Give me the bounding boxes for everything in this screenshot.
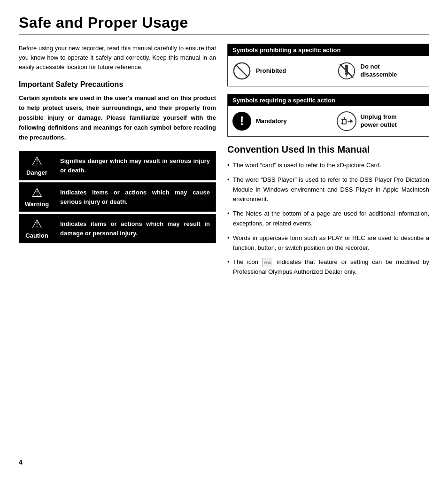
page-title: Safe and Proper Usage — [19, 14, 429, 31]
prohibited-symbol-item: Prohibited — [232, 61, 321, 81]
symbols-require-row: ! Mandatory — [228, 106, 429, 136]
danger-text: Signifies danger which may result in ser… — [54, 151, 216, 180]
prohibited-label: Prohibited — [256, 67, 286, 75]
svg-rect-4 — [345, 73, 348, 75]
left-column: Before using your new recorder, read thi… — [19, 44, 216, 282]
convention-icon-text: The icon — [233, 258, 262, 265]
unplug-symbol-item: Unplug from power outlet — [336, 111, 425, 132]
caution-triangle-icon: ⚠ — [31, 218, 42, 230]
intro-text: Before using your new recorder, read thi… — [19, 44, 216, 72]
dealer-icon: PRO — [262, 258, 273, 267]
mandatory-label: Mandatory — [256, 117, 287, 125]
safety-precautions-heading: Important Safety Precautions — [19, 80, 216, 89]
prohibited-icon — [232, 61, 252, 81]
svg-line-1 — [236, 65, 248, 77]
right-column: Symbols prohibiting a specific action Pr… — [227, 44, 429, 282]
warning-label: Warning — [25, 201, 49, 208]
danger-icon-area: ⚠ Danger — [19, 151, 54, 180]
convention-item-2: The word “DSS Player” is used to refer t… — [227, 175, 429, 204]
unplug-icon — [336, 111, 357, 132]
warning-text: Indicates items or actions which may cau… — [54, 183, 216, 211]
svg-rect-10 — [342, 119, 346, 124]
caution-box: ⚠ Caution Indicates items or actions whi… — [19, 214, 216, 243]
disassemble-label: Do not disassemble — [361, 63, 397, 79]
warning-icon-area: ⚠ Warning — [19, 183, 54, 211]
symbols-prohibit-header: Symbols prohibiting a specific action — [228, 44, 429, 56]
svg-text:PRO: PRO — [264, 261, 271, 265]
disassemble-icon — [336, 61, 357, 81]
symbols-prohibit-row: Prohibited — [228, 56, 429, 86]
danger-triangle-icon: ⚠ — [31, 155, 42, 167]
convention-item-3: The Notes at the bottom of a page are us… — [227, 209, 429, 229]
warning-triangle-icon: ⚠ — [31, 186, 42, 199]
danger-box: ⚠ Danger Signifies danger which may resu… — [19, 151, 216, 180]
safety-body-text: Certain symbols are used in the user's m… — [19, 93, 216, 142]
warning-box: ⚠ Warning Indicates items or actions whi… — [19, 182, 216, 212]
convention-list: The word “card” is used to refer to the … — [227, 161, 429, 277]
unplug-label: Unplug from power outlet — [361, 113, 397, 129]
symbols-prohibit-box: Symbols prohibiting a specific action Pr… — [227, 44, 429, 86]
symbols-require-header: Symbols requiring a specific action — [228, 94, 429, 106]
convention-heading: Convention Used In this Manual — [227, 144, 429, 155]
caution-label: Caution — [25, 232, 48, 239]
title-divider — [19, 34, 429, 35]
convention-item-4: Words in uppercase form such as PLAY or … — [227, 233, 429, 253]
mandatory-symbol-item: ! Mandatory — [232, 111, 321, 132]
disassemble-symbol-item: Do not disassemble — [336, 61, 425, 81]
mandatory-icon: ! — [232, 111, 252, 132]
svg-text:!: ! — [240, 114, 244, 128]
page-number: 4 — [19, 458, 23, 466]
symbols-require-box: Symbols requiring a specific action ! Ma… — [227, 94, 429, 137]
convention-item-5: The icon PRO indicates that feature or s… — [227, 257, 429, 277]
svg-marker-13 — [350, 119, 353, 123]
svg-marker-5 — [346, 75, 347, 78]
danger-label: Danger — [26, 169, 47, 176]
caution-icon-area: ⚠ Caution — [19, 214, 54, 243]
convention-item-1: The word “card” is used to refer to the … — [227, 161, 429, 170]
caution-text: Indicates items or actions which may res… — [54, 214, 216, 243]
